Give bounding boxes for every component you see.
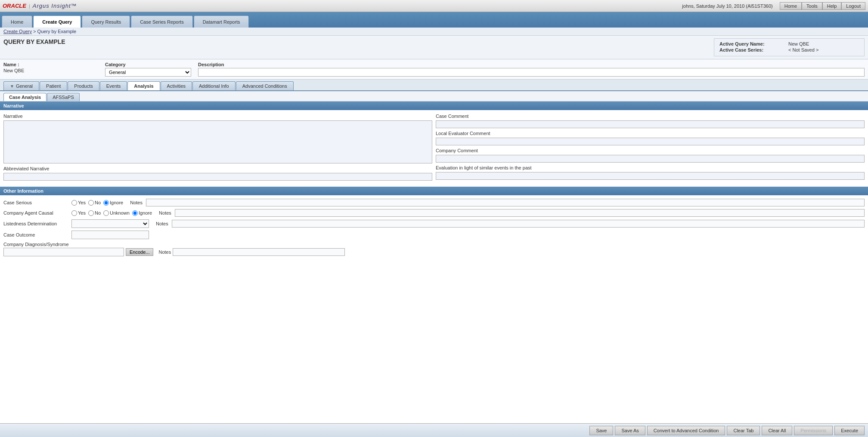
company-agent-notes-input[interactable]: [175, 209, 865, 217]
encode-button[interactable]: Encode...: [126, 248, 153, 256]
tab-advanced-conditions-label: Advanced Conditions: [242, 83, 287, 89]
category-select[interactable]: General Medical Regulatory: [105, 68, 191, 77]
company-comment-field-block: Company Comment: [436, 148, 865, 163]
narrative-textarea[interactable]: [3, 120, 432, 163]
case-serious-radio-group: Yes No Ignore: [71, 200, 123, 206]
case-serious-row: Case Serious Yes No Ignore Notes: [3, 199, 865, 206]
logo-separator: |: [29, 3, 30, 9]
active-query-name-value: New QBE: [788, 41, 809, 46]
company-diagnosis-row: Company Diagnosis/Syndrome Encode... Not…: [3, 242, 865, 256]
case-serious-yes-label: Yes: [78, 200, 86, 205]
top-nav-logout[interactable]: Logout: [841, 2, 865, 10]
company-diagnosis-label: Company Diagnosis/Syndrome: [3, 242, 69, 247]
tab-additional-info-label: Additional Info: [199, 83, 229, 89]
company-diagnosis-notes-input[interactable]: [173, 248, 345, 256]
evaluation-label: Evaluation in light of similar events in…: [436, 165, 865, 170]
case-serious-ignore: Ignore: [103, 200, 123, 206]
sub-tab-afssaps[interactable]: AFSSaPS: [47, 93, 80, 101]
local-evaluator-field-block: Local Evaluator Comment: [436, 131, 865, 145]
case-comment-input[interactable]: [436, 120, 865, 128]
argus-insight-text: Argus Insight™: [33, 3, 77, 9]
clear-tab-button[interactable]: Clear Tab: [727, 426, 760, 435]
company-agent-yes-radio[interactable]: [71, 210, 77, 216]
case-serious-yes-radio[interactable]: [71, 200, 77, 206]
tab-events-label: Events: [106, 83, 121, 89]
nav-tab-home[interactable]: Home: [2, 15, 32, 28]
company-agent-causal-row: Company Agent Causal Yes No Unknown Igno…: [3, 209, 865, 217]
company-agent-ignore-label: Ignore: [139, 210, 152, 215]
nav-tab-create-query[interactable]: Create Query: [33, 15, 81, 28]
company-agent-unknown-radio[interactable]: [103, 210, 109, 216]
nav-tab-query-results[interactable]: Query Results: [82, 15, 130, 28]
execute-button[interactable]: Execute: [834, 426, 865, 435]
case-serious-ignore-radio[interactable]: [103, 200, 109, 206]
nav-tab-case-series-reports[interactable]: Case Series Reports: [131, 15, 193, 28]
breadcrumb-part1[interactable]: Create Query: [3, 29, 32, 34]
tab-analysis[interactable]: Analysis: [127, 81, 160, 90]
local-evaluator-input[interactable]: [436, 138, 865, 145]
convert-button[interactable]: Convert to Advanced Condition: [647, 426, 725, 435]
logo-area: ORACLE | Argus Insight™: [3, 3, 77, 9]
user-info: johns, Saturday July 10, 2010 (AI51ST360…: [682, 3, 772, 9]
tab-patient[interactable]: Patient: [40, 81, 67, 90]
tab-general[interactable]: ▼ General: [3, 81, 39, 90]
active-query-box: Active Query Name: New QBE Active Case S…: [714, 38, 865, 56]
local-evaluator-label: Local Evaluator Comment: [436, 131, 865, 136]
category-label: Category: [105, 62, 191, 67]
case-serious-ignore-label: Ignore: [110, 200, 123, 205]
sub-tab-case-analysis[interactable]: Case Analysis: [3, 93, 46, 101]
bottom-toolbar: Save Save As Convert to Advanced Conditi…: [0, 423, 868, 437]
nav-tab-datamart-reports[interactable]: Datamart Reports: [194, 15, 249, 28]
company-agent-notes-label: Notes: [159, 210, 171, 215]
abbreviated-narrative-label: Abbreviated Narrative: [3, 166, 432, 171]
abbreviated-narrative-input[interactable]: [3, 173, 432, 181]
company-diagnosis-input[interactable]: [3, 248, 124, 256]
case-serious-yes: Yes: [71, 200, 86, 206]
save-as-button[interactable]: Save As: [615, 426, 645, 435]
name-value: New QBE: [3, 68, 98, 73]
company-agent-unknown: Unknown: [103, 210, 130, 216]
company-agent-causal-label: Company Agent Causal: [3, 210, 68, 215]
narrative-section-header: Narrative: [0, 102, 868, 110]
case-serious-notes-input[interactable]: [146, 199, 865, 206]
description-input[interactable]: [198, 68, 865, 77]
top-nav-tools[interactable]: Tools: [802, 2, 822, 10]
tab-events[interactable]: Events: [100, 81, 127, 90]
listedness-select[interactable]: [71, 219, 149, 228]
tab-patient-label: Patient: [46, 83, 61, 89]
case-serious-no-radio[interactable]: [88, 200, 94, 206]
tab-advanced-conditions[interactable]: Advanced Conditions: [236, 81, 294, 90]
case-serious-notes-label: Notes: [130, 200, 143, 205]
evaluation-input[interactable]: [436, 172, 865, 180]
active-case-series-value: < Not Saved >: [788, 47, 818, 52]
filter-icon: ▼: [10, 84, 14, 89]
company-comment-input[interactable]: [436, 155, 865, 163]
narrative-field-block: Narrative: [3, 114, 432, 163]
company-agent-unknown-label: Unknown: [110, 210, 130, 215]
page-header: QUERY BY EXAMPLE Active Query Name: New …: [0, 36, 868, 59]
tab-activities[interactable]: Activities: [161, 81, 192, 90]
evaluation-field-block: Evaluation in light of similar events in…: [436, 165, 865, 180]
top-nav-help[interactable]: Help: [822, 2, 842, 10]
listedness-row: Listedness Determination Notes: [3, 219, 865, 228]
tab-products[interactable]: Products: [68, 81, 99, 90]
narrative-content: Narrative Abbreviated Narrative Case Com…: [0, 110, 868, 187]
company-agent-no-radio[interactable]: [88, 210, 94, 216]
narrative-right: Case Comment Local Evaluator Comment Com…: [436, 114, 865, 183]
case-outcome-input[interactable]: [71, 231, 149, 239]
form-section: Name : New QBE Category General Medical …: [0, 59, 868, 80]
tab-additional-info[interactable]: Additional Info: [192, 81, 236, 90]
active-case-series-label: Active Case Series:: [719, 47, 780, 52]
listedness-notes-input[interactable]: [172, 220, 865, 228]
top-nav-home[interactable]: Home: [780, 2, 802, 10]
name-label: Name :: [3, 62, 98, 67]
save-button[interactable]: Save: [589, 426, 613, 435]
permissions-button[interactable]: Permissions: [794, 426, 833, 435]
breadcrumb: Create Query > Query by Example: [0, 28, 868, 36]
tab-products-label: Products: [74, 83, 93, 89]
clear-all-button[interactable]: Clear All: [762, 426, 792, 435]
company-agent-ignore-radio[interactable]: [132, 210, 138, 216]
case-serious-no-label: No: [95, 200, 101, 205]
company-agent-causal-radio-group: Yes No Unknown Ignore: [71, 210, 152, 216]
tab-bar: ▼ General Patient Products Events Analys…: [0, 80, 868, 91]
